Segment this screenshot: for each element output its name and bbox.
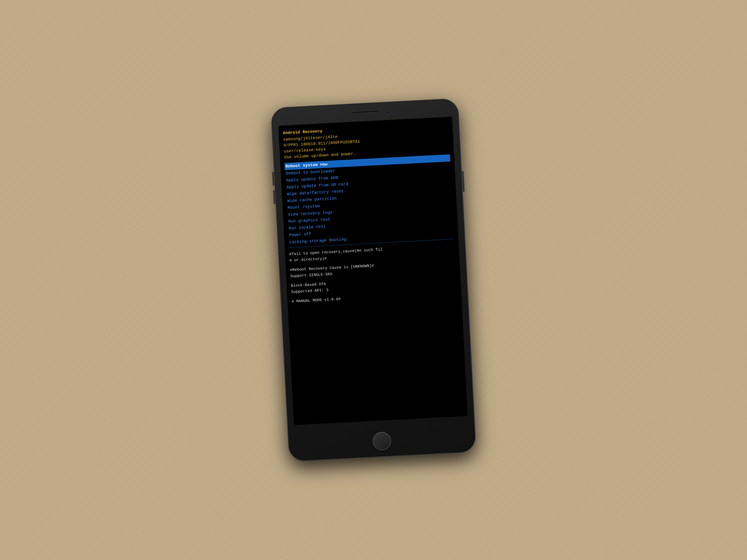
phone-body: Android Recovery samsung/j4lteser/j4lte … (271, 98, 476, 462)
menu-list: Reboot system nowReboot to bootloaderApp… (284, 154, 454, 246)
camera (385, 110, 389, 115)
log-output: #fail to open recovery_cause(No such fil… (289, 243, 457, 304)
phone-screen: Android Recovery samsung/j4lteser/j4lte … (278, 117, 468, 425)
speaker (351, 110, 378, 113)
title-text: Android Recovery (283, 129, 323, 135)
home-button[interactable] (372, 431, 392, 451)
phone-device: Android Recovery samsung/j4lteser/j4lte … (271, 98, 476, 462)
recovery-screen: Android Recovery samsung/j4lteser/j4lte … (278, 117, 468, 425)
